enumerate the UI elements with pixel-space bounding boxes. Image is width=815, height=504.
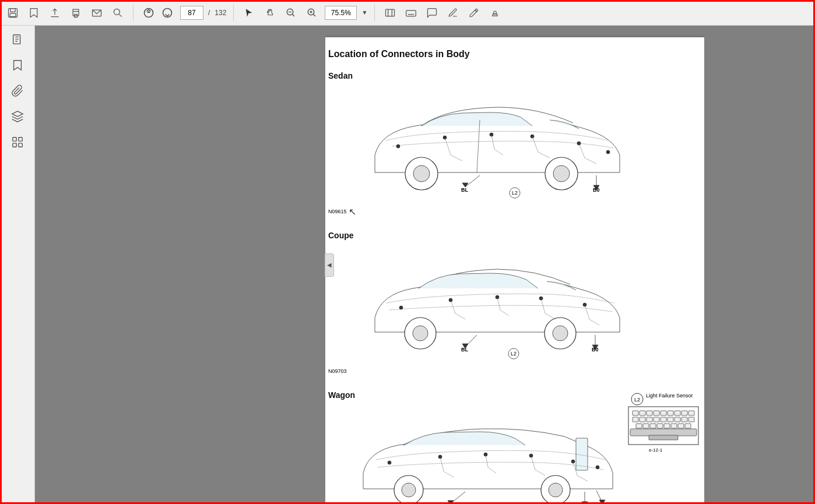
wagon-diagram: BL L2 B0 BR N09704	[328, 404, 614, 504]
content-area[interactable]: Location of Connectors in Body Sedan	[325, 26, 704, 504]
zoom-level-input[interactable]: 75.5%	[325, 6, 357, 20]
svg-text:BL: BL	[461, 347, 468, 353]
comment-button[interactable]	[424, 5, 440, 21]
svg-rect-92	[633, 417, 638, 422]
destinations-panel-button[interactable]	[8, 133, 27, 151]
keyboard-button[interactable]	[403, 5, 419, 21]
zoom-dropdown-arrow[interactable]: ▼	[361, 9, 367, 16]
wagon-diagram-container: Wagon	[328, 390, 614, 504]
search-button[interactable]	[110, 5, 126, 21]
stamp-button[interactable]	[487, 5, 503, 21]
svg-rect-14	[12, 138, 16, 141]
svg-point-5	[114, 9, 120, 15]
svg-rect-86	[654, 411, 659, 415]
svg-text:L2: L2	[512, 190, 518, 196]
zoom-out-button[interactable]	[283, 5, 299, 21]
sedan-diagram: BL L2 B0 N09615	[328, 85, 701, 221]
svg-point-21	[553, 165, 570, 182]
svg-rect-97	[668, 417, 673, 422]
svg-rect-102	[643, 424, 649, 428]
svg-point-60	[549, 483, 563, 497]
svg-rect-98	[675, 417, 680, 422]
page-navigation	[140, 5, 175, 21]
svg-rect-108	[685, 424, 691, 428]
svg-point-28	[606, 150, 610, 154]
svg-rect-12	[493, 13, 498, 16]
svg-rect-110	[649, 435, 678, 440]
svg-point-61	[388, 461, 391, 464]
svg-text:N09615: N09615	[328, 209, 347, 214]
toolbar: 87 / 132 75.5% ▼	[0, 0, 815, 26]
svg-point-66	[596, 466, 599, 469]
svg-rect-109	[630, 429, 697, 436]
svg-line-29	[465, 175, 480, 187]
svg-rect-16	[12, 143, 16, 147]
svg-text:BL: BL	[461, 187, 468, 193]
svg-rect-2	[10, 13, 16, 16]
svg-rect-90	[681, 411, 687, 415]
svg-rect-1	[10, 8, 15, 12]
page-number-input[interactable]: 87	[180, 6, 203, 20]
save-button[interactable]	[5, 5, 21, 21]
svg-rect-93	[640, 417, 645, 422]
zoom-in-button[interactable]	[304, 5, 320, 21]
svg-text:L2: L2	[511, 351, 517, 357]
sedan-diagram-svg: BL L2 B0 N09615	[328, 85, 643, 219]
svg-text:B0: B0	[592, 347, 599, 353]
page-separator: /	[208, 9, 210, 17]
bookmark-button[interactable]	[26, 5, 42, 21]
svg-rect-91	[688, 411, 694, 415]
svg-text:e-12-1: e-12-1	[649, 447, 663, 453]
svg-rect-104	[657, 424, 663, 428]
right-sidebar	[704, 26, 815, 504]
wagon-diagram-svg: BL L2 B0 BR N09704	[328, 404, 614, 504]
hand-cursor-button[interactable]	[262, 5, 278, 21]
svg-rect-88	[668, 411, 673, 415]
pdf-page: Location of Connectors in Body Sedan	[325, 37, 704, 504]
divider-1	[133, 5, 134, 21]
svg-rect-101	[636, 424, 642, 428]
svg-rect-100	[688, 417, 694, 422]
next-page-button[interactable]	[159, 5, 175, 21]
svg-rect-84	[640, 411, 645, 415]
svg-point-42	[399, 306, 403, 309]
svg-text:L2: L2	[634, 397, 640, 403]
legend-svg: L2 Light Failure Sensor	[626, 390, 704, 460]
draw-button[interactable]	[466, 5, 482, 21]
svg-rect-94	[647, 417, 652, 422]
divider-3	[374, 5, 375, 21]
svg-point-23	[396, 144, 400, 148]
prev-page-button[interactable]	[140, 5, 157, 21]
pages-panel-button[interactable]	[8, 30, 27, 49]
select-cursor-button[interactable]	[241, 5, 257, 21]
svg-rect-3	[73, 11, 79, 16]
divider-2	[233, 5, 234, 21]
attachments-panel-button[interactable]	[8, 82, 27, 100]
svg-text:N09703: N09703	[328, 368, 347, 374]
upload-button[interactable]	[47, 5, 63, 21]
edit-button[interactable]	[445, 5, 461, 21]
print-button[interactable]	[68, 5, 84, 21]
svg-rect-89	[675, 411, 680, 415]
email-button[interactable]	[89, 5, 105, 21]
svg-point-58	[402, 483, 416, 497]
page-total: 132	[215, 9, 226, 17]
fit-page-button[interactable]	[382, 5, 398, 21]
coupe-diagram: BL L2 B0 N09703	[328, 245, 701, 381]
coupe-diagram-svg: BL L2 B0 N09703	[328, 245, 643, 379]
svg-text:B0: B0	[593, 187, 600, 193]
svg-marker-30	[462, 183, 468, 187]
layers-panel-button[interactable]	[8, 107, 27, 126]
svg-rect-96	[661, 417, 666, 422]
panel-collapse-button[interactable]: ◀	[325, 253, 334, 277]
svg-rect-17	[18, 143, 22, 147]
svg-rect-95	[654, 417, 659, 422]
wagon-label: Wagon	[328, 390, 614, 400]
page-title: Location of Connectors in Body	[328, 49, 701, 59]
bookmarks-panel-button[interactable]	[8, 56, 27, 75]
legend-box: L2 Light Failure Sensor	[626, 390, 704, 463]
svg-point-41	[553, 326, 568, 341]
svg-rect-105	[664, 424, 670, 428]
svg-rect-11	[406, 10, 416, 16]
svg-rect-103	[650, 424, 656, 428]
